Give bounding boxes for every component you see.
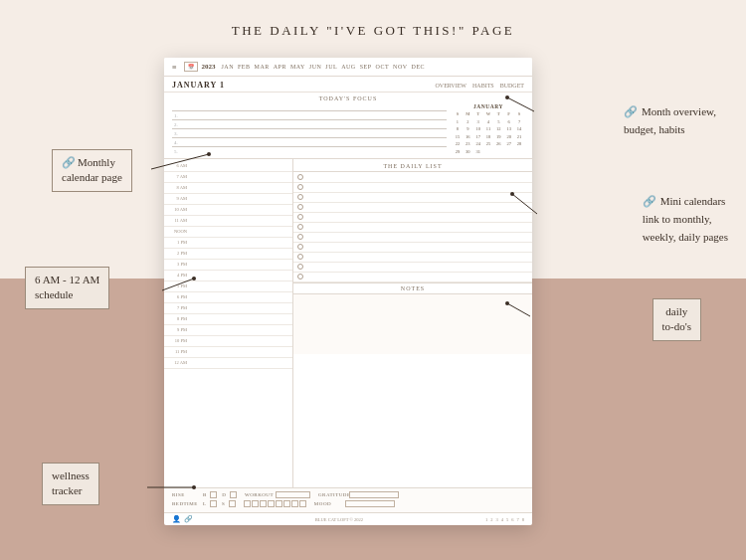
- month-may[interactable]: MAY: [290, 64, 305, 70]
- year-nav-bar: ≡ 📅 2023 JAN FEB MAR APR MAY JUN JUL AUG…: [164, 58, 532, 77]
- notes-area[interactable]: [293, 294, 532, 354]
- wellness-row-2: BEDTIME L S: [172, 500, 524, 507]
- wellness-workout-box[interactable]: [276, 491, 310, 498]
- wellness-rise-label: RISE: [172, 492, 200, 497]
- wellness-mood-box[interactable]: [345, 500, 395, 507]
- wellness-tracker: RISE B D WORKOUT GRATITUDE BEDTIME: [164, 487, 532, 512]
- wellness-gratitude-box[interactable]: [349, 491, 399, 498]
- page-num-7[interactable]: 7: [516, 517, 518, 522]
- nav-year: 2023: [202, 63, 216, 71]
- focus-label: TODAY'S FOCUS: [172, 95, 524, 101]
- checkbox[interactable]: [297, 254, 303, 260]
- month-oct[interactable]: OCT: [376, 64, 390, 70]
- page-num-6[interactable]: 6: [511, 517, 513, 522]
- annotation-overview-text: Month overview,budget, habits: [624, 105, 716, 135]
- list-item[interactable]: [293, 273, 532, 282]
- list-item[interactable]: [293, 193, 532, 203]
- wellness-bedtime-label: BEDTIME: [172, 501, 200, 506]
- schedule-row-9pm: 9 PM: [164, 325, 292, 336]
- month-feb[interactable]: FEB: [238, 64, 251, 70]
- list-item[interactable]: [293, 173, 532, 183]
- wellness-bedtime: BEDTIME L S: [172, 500, 236, 507]
- notes-header: NOTES: [293, 283, 532, 294]
- day-header: JANUARY 1 OVERVIEW HABITS BUDGET: [164, 77, 532, 93]
- day-title: JANUARY 1: [172, 81, 225, 90]
- wellness-box[interactable]: [210, 500, 217, 507]
- page-title: THE DAILY "I'VE GOT THIS!" PAGE: [0, 22, 746, 40]
- annotation-monthly: 🔗Monthlycalendar page: [52, 149, 132, 192]
- footer-person-icon: 👤: [172, 515, 181, 523]
- checkbox[interactable]: [297, 244, 303, 250]
- list-item[interactable]: [293, 243, 532, 253]
- checkbox[interactable]: [297, 214, 303, 220]
- list-item[interactable]: [293, 213, 532, 223]
- month-jul[interactable]: JUL: [325, 64, 337, 70]
- wellness-box[interactable]: [229, 500, 236, 507]
- list-item[interactable]: [293, 233, 532, 243]
- copyright: BLUE CAT LOFT © 2022: [315, 517, 363, 522]
- annotation-wellness-box: wellnesstracker: [42, 463, 99, 505]
- wellness-box[interactable]: [230, 491, 237, 498]
- checkbox[interactable]: [297, 184, 303, 190]
- page-numbers: 1 2 3 4 5 6 7 8: [485, 517, 524, 522]
- daily-list-header: THE DAILY LIST: [293, 161, 532, 172]
- page-num-8[interactable]: 8: [522, 517, 524, 522]
- checkbox[interactable]: [297, 174, 303, 180]
- schedule-row-6pm: 6 PM: [164, 292, 292, 303]
- water-box-1[interactable]: [244, 500, 251, 507]
- water-box-3[interactable]: [260, 500, 267, 507]
- water-box-7[interactable]: [291, 500, 298, 507]
- page-num-2[interactable]: 2: [490, 517, 492, 522]
- list-item[interactable]: [293, 183, 532, 193]
- list-item[interactable]: [293, 263, 532, 273]
- tab-habits[interactable]: HABITS: [472, 83, 494, 89]
- month-aug[interactable]: AUG: [341, 64, 356, 70]
- page-num-1[interactable]: 1: [485, 517, 487, 522]
- tab-budget[interactable]: BUDGET: [500, 83, 524, 89]
- page-num-3[interactable]: 3: [495, 517, 497, 522]
- page-num-4[interactable]: 4: [501, 517, 503, 522]
- month-mar[interactable]: MAR: [255, 64, 270, 70]
- page-num-5[interactable]: 5: [506, 517, 508, 522]
- checkbox[interactable]: [297, 194, 303, 200]
- daily-list-column: THE DAILY LIST NOTES: [293, 159, 532, 488]
- schedule-row-noon: NOON: [164, 227, 292, 238]
- month-dec[interactable]: DEC: [412, 64, 426, 70]
- month-jun[interactable]: JUN: [309, 64, 322, 70]
- list-item[interactable]: [293, 223, 532, 233]
- nav-calendar-icon[interactable]: 📅: [184, 62, 198, 72]
- wellness-rise: RISE B D: [172, 491, 237, 498]
- water-box-4[interactable]: [268, 500, 275, 507]
- month-nov[interactable]: NOV: [393, 64, 408, 70]
- footer-link-icon: 🔗: [184, 515, 193, 523]
- page-footer: 👤 🔗 BLUE CAT LOFT © 2022 1 2 3 4 5 6 7 8: [164, 512, 532, 525]
- checkbox[interactable]: [297, 264, 303, 270]
- month-apr[interactable]: APR: [274, 64, 286, 70]
- schedule-row-8pm: 8 PM: [164, 314, 292, 325]
- water-box-2[interactable]: [252, 500, 259, 507]
- wellness-box[interactable]: [210, 491, 217, 498]
- schedule-row-4pm: 4 PM: [164, 271, 292, 281]
- checkbox[interactable]: [297, 274, 303, 280]
- wellness-water-boxes: [244, 500, 306, 507]
- tab-overview[interactable]: OVERVIEW: [435, 83, 466, 89]
- notes-section: NOTES: [293, 282, 532, 354]
- month-sep[interactable]: SEP: [360, 64, 372, 70]
- mini-cal-grid: S M T W T F S 1234567 891011121314 15161…: [453, 110, 524, 155]
- water-box-5[interactable]: [276, 500, 282, 507]
- schedule-row-7am: 7 AM: [164, 172, 292, 183]
- schedule-row-6am: 6 AM: [164, 161, 292, 172]
- schedule-column: 6 AM 7 AM 8 AM 9 AM 10 AM 11 AM NOON 1 P…: [164, 159, 293, 488]
- checkbox[interactable]: [297, 234, 303, 240]
- water-box-8[interactable]: [299, 500, 306, 507]
- water-box-6[interactable]: [283, 500, 290, 507]
- checkbox[interactable]: [297, 224, 303, 230]
- month-jan[interactable]: JAN: [222, 64, 235, 70]
- checkbox[interactable]: [297, 204, 303, 210]
- footer-icons: 👤 🔗: [172, 515, 193, 523]
- schedule-row-3pm: 3 PM: [164, 260, 292, 271]
- list-item[interactable]: [293, 203, 532, 213]
- list-item[interactable]: [293, 253, 532, 263]
- focus-line-3: 3.: [172, 121, 447, 129]
- annotation-wellness-text: wellnesstracker: [52, 469, 90, 496]
